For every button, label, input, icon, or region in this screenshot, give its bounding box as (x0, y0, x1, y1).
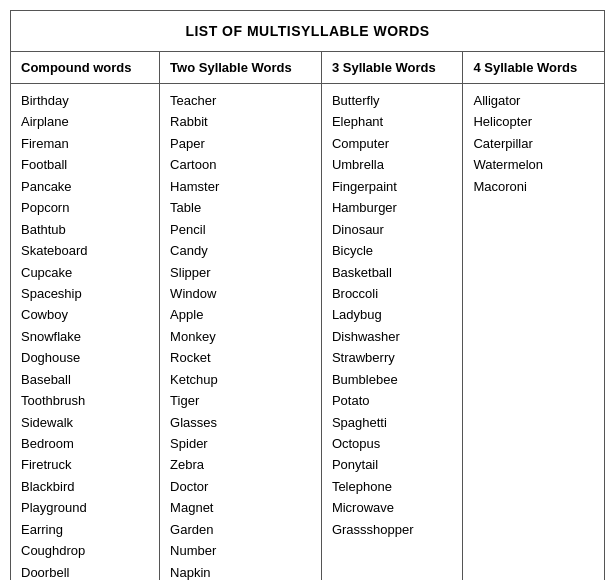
column-cell-0: BirthdayAirplaneFiremanFootballPancakePo… (11, 84, 160, 581)
list-item: Monkey (170, 326, 311, 347)
list-item: Slipper (170, 262, 311, 283)
list-item: Zebra (170, 454, 311, 475)
list-item: Skateboard (21, 240, 149, 261)
list-item: Watermelon (473, 154, 594, 175)
content-row: BirthdayAirplaneFiremanFootballPancakePo… (11, 84, 604, 581)
list-item: Spider (170, 433, 311, 454)
list-item: Umbrella (332, 154, 453, 175)
list-item: Dishwasher (332, 326, 453, 347)
list-item: Cupcake (21, 262, 149, 283)
list-item: Popcorn (21, 197, 149, 218)
list-item: Broccoli (332, 283, 453, 304)
column-cell-2: ButterflyElephantComputerUmbrellaFingerp… (321, 84, 463, 581)
list-item: Spaghetti (332, 412, 453, 433)
list-item: Bedroom (21, 433, 149, 454)
column-header-2: 3 Syllable Words (321, 52, 463, 84)
list-item: Napkin (170, 562, 311, 580)
list-item: Doctor (170, 476, 311, 497)
list-item: Blackbird (21, 476, 149, 497)
list-item: Microwave (332, 497, 453, 518)
list-item: Butterfly (332, 90, 453, 111)
main-container: LIST OF MULTISYLLABLE WORDS Compound wor… (10, 10, 605, 580)
list-item: Sidewalk (21, 412, 149, 433)
list-item: Playground (21, 497, 149, 518)
list-item: Doorbell (21, 562, 149, 580)
list-item: Table (170, 197, 311, 218)
list-item: Grassshopper (332, 519, 453, 540)
list-item: Computer (332, 133, 453, 154)
list-item: Elephant (332, 111, 453, 132)
list-item: Strawberry (332, 347, 453, 368)
list-item: Rabbit (170, 111, 311, 132)
list-item: Doghouse (21, 347, 149, 368)
table-title: LIST OF MULTISYLLABLE WORDS (11, 11, 604, 52)
column-header-0: Compound words (11, 52, 160, 84)
list-item: Candy (170, 240, 311, 261)
list-item: Apple (170, 304, 311, 325)
list-item: Cowboy (21, 304, 149, 325)
list-item: Earring (21, 519, 149, 540)
list-item: Rocket (170, 347, 311, 368)
list-item: Football (21, 154, 149, 175)
list-item: Basketball (332, 262, 453, 283)
list-item: Window (170, 283, 311, 304)
list-item: Pencil (170, 219, 311, 240)
list-item: Birthday (21, 90, 149, 111)
list-item: Garden (170, 519, 311, 540)
list-item: Bicycle (332, 240, 453, 261)
list-item: Ketchup (170, 369, 311, 390)
list-item: Magnet (170, 497, 311, 518)
list-item: Bathtub (21, 219, 149, 240)
column-header-1: Two Syllable Words (160, 52, 322, 84)
list-item: Number (170, 540, 311, 561)
list-item: Caterpillar (473, 133, 594, 154)
list-item: Hamburger (332, 197, 453, 218)
list-item: Potato (332, 390, 453, 411)
list-item: Baseball (21, 369, 149, 390)
list-item: Octopus (332, 433, 453, 454)
word-table: Compound wordsTwo Syllable Words3 Syllab… (11, 52, 604, 580)
list-item: Firetruck (21, 454, 149, 475)
list-item: Alligator (473, 90, 594, 111)
list-item: Pancake (21, 176, 149, 197)
list-item: Toothbrush (21, 390, 149, 411)
list-item: Helicopter (473, 111, 594, 132)
list-item: Cartoon (170, 154, 311, 175)
column-cell-3: AlligatorHelicopterCaterpillarWatermelon… (463, 84, 604, 581)
list-item: Spaceship (21, 283, 149, 304)
list-item: Airplane (21, 111, 149, 132)
list-item: Tiger (170, 390, 311, 411)
list-item: Coughdrop (21, 540, 149, 561)
list-item: Snowflake (21, 326, 149, 347)
list-item: Dinosaur (332, 219, 453, 240)
list-item: Ladybug (332, 304, 453, 325)
column-cell-1: TeacherRabbitPaperCartoonHamsterTablePen… (160, 84, 322, 581)
list-item: Telephone (332, 476, 453, 497)
header-row: Compound wordsTwo Syllable Words3 Syllab… (11, 52, 604, 84)
list-item: Fireman (21, 133, 149, 154)
list-item: Ponytail (332, 454, 453, 475)
list-item: Glasses (170, 412, 311, 433)
column-header-3: 4 Syllable Words (463, 52, 604, 84)
list-item: Fingerpaint (332, 176, 453, 197)
list-item: Teacher (170, 90, 311, 111)
list-item: Bumblebee (332, 369, 453, 390)
list-item: Hamster (170, 176, 311, 197)
list-item: Paper (170, 133, 311, 154)
list-item: Macoroni (473, 176, 594, 197)
